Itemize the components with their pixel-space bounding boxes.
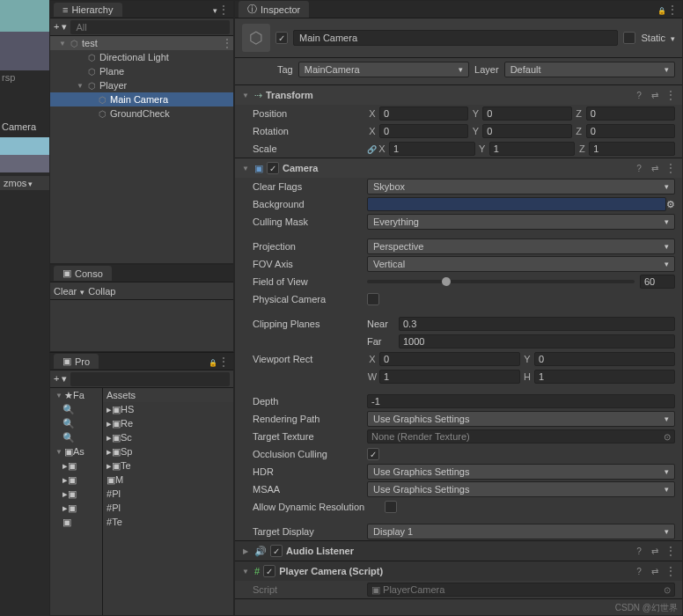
audio-header[interactable]: 🔊 Audio Listener	[235, 541, 682, 561]
scale-z[interactable]	[589, 142, 675, 156]
folder-row[interactable]: ▸▣	[50, 501, 102, 515]
camera-preview[interactable]	[0, 137, 49, 172]
folder-row[interactable]: ▸▣	[50, 487, 102, 501]
asset-item[interactable]: ▣ M	[103, 473, 233, 487]
hierarchy-item-player[interactable]: Player	[50, 78, 233, 92]
foldout-icon[interactable]	[240, 90, 251, 100]
help-icon[interactable]	[633, 89, 645, 101]
asset-item[interactable]: ▸▣ HS	[103, 402, 233, 416]
asset-item[interactable]: ▸▣ Te	[103, 458, 233, 473]
scale-y[interactable]	[489, 142, 576, 156]
create-dropdown[interactable]: + ▾	[54, 21, 67, 33]
fav-search[interactable]: 🔍	[50, 402, 102, 416]
dynamic-checkbox[interactable]	[385, 501, 397, 513]
asset-item[interactable]: ▸▣ Sc	[103, 430, 233, 444]
fov-field[interactable]	[640, 275, 675, 289]
foldout-icon[interactable]	[57, 38, 68, 48]
picker-icon[interactable]	[666, 199, 675, 210]
tab-console[interactable]: ▣Conso	[54, 266, 112, 281]
foldout-icon[interactable]	[75, 80, 85, 91]
scene-preview[interactable]	[0, 0, 49, 70]
audio-enabled-checkbox[interactable]	[270, 545, 283, 557]
script-enabled-checkbox[interactable]	[263, 565, 275, 577]
folder-row[interactable]: ▣	[50, 515, 102, 529]
viewport-h[interactable]	[534, 370, 675, 384]
lock-icon[interactable]	[657, 4, 666, 15]
viewport-x[interactable]	[379, 352, 520, 366]
fav-search[interactable]: 🔍	[50, 430, 102, 444]
physical-checkbox[interactable]	[367, 293, 379, 305]
static-checkbox[interactable]	[623, 32, 635, 44]
preset-icon[interactable]	[649, 565, 661, 577]
rotation-y[interactable]	[482, 124, 571, 138]
project-search[interactable]	[70, 372, 230, 386]
asset-item[interactable]: ▸▣ Re	[103, 416, 233, 430]
foldout-icon[interactable]	[240, 566, 251, 576]
asset-item[interactable]: # Pl	[103, 487, 233, 501]
create-dropdown[interactable]: + ▾	[54, 373, 67, 385]
near-field[interactable]	[399, 317, 675, 331]
position-z[interactable]	[586, 106, 675, 121]
component-menu-icon[interactable]	[665, 89, 677, 101]
scene-row[interactable]: test	[50, 36, 233, 50]
foldout-icon[interactable]	[240, 546, 251, 556]
projection-dropdown[interactable]: Perspective	[367, 238, 675, 254]
component-menu-icon[interactable]	[665, 162, 677, 174]
panel-menu-icon[interactable]	[217, 4, 230, 16]
layer-dropdown[interactable]: Default	[504, 62, 675, 77]
camera-header[interactable]: ▣ Camera	[235, 158, 682, 178]
static-dropdown-icon[interactable]	[671, 33, 675, 43]
assets-row[interactable]: ▣ As	[50, 444, 102, 458]
fov-slider[interactable]	[367, 280, 635, 283]
tab-inspector[interactable]: ⓘInspector	[239, 1, 309, 18]
help-icon[interactable]	[633, 545, 645, 557]
asset-item[interactable]: ▸▣ Sp	[103, 444, 233, 458]
hierarchy-item-plane[interactable]: Plane	[50, 64, 233, 78]
player-camera-header[interactable]: # Player Camera (Script)	[235, 561, 682, 581]
clear-button[interactable]: Clear	[54, 286, 77, 297]
msaa-dropdown[interactable]: Use Graphics Settings	[367, 481, 675, 497]
scale-x[interactable]	[389, 142, 475, 156]
collapse-button[interactable]: Collap	[88, 286, 115, 297]
viewport-w[interactable]	[379, 370, 520, 384]
folder-row[interactable]: ▸▣	[50, 473, 102, 487]
position-y[interactable]	[482, 106, 571, 121]
lock-icon[interactable]	[209, 356, 217, 367]
preset-icon[interactable]	[649, 89, 661, 101]
fav-search[interactable]: 🔍	[50, 416, 102, 430]
rotation-x[interactable]	[379, 124, 468, 138]
preset-icon[interactable]	[649, 545, 661, 557]
link-icon[interactable]	[367, 143, 377, 154]
position-x[interactable]	[379, 106, 468, 121]
camera-enabled-checkbox[interactable]	[267, 162, 279, 174]
clear-flags-dropdown[interactable]: Skybox	[367, 179, 675, 194]
background-color[interactable]	[367, 197, 666, 211]
culling-dropdown[interactable]: Everything	[367, 214, 675, 230]
folder-row[interactable]: ▸▣	[50, 458, 102, 473]
viewport-y[interactable]	[534, 352, 675, 366]
active-checkbox[interactable]	[275, 32, 288, 44]
hierarchy-item-light[interactable]: Directional Light	[50, 50, 233, 64]
far-field[interactable]	[399, 334, 675, 348]
scene-menu-icon[interactable]	[221, 37, 233, 49]
hierarchy-search[interactable]	[70, 20, 230, 34]
panel-menu-icon[interactable]	[666, 4, 679, 16]
gizmos-dropdown[interactable]: zmos	[0, 176, 49, 190]
component-menu-icon[interactable]	[665, 565, 677, 577]
hierarchy-item-maincamera[interactable]: Main Camera	[50, 92, 233, 106]
foldout-icon[interactable]	[240, 163, 251, 173]
asset-item[interactable]: # Pl	[103, 501, 233, 515]
depth-field[interactable]	[367, 394, 675, 408]
texture-field[interactable]: None (Render Texture)	[367, 429, 675, 444]
help-icon[interactable]	[633, 162, 645, 174]
help-icon[interactable]	[633, 565, 645, 577]
hdr-dropdown[interactable]: Use Graphics Settings	[367, 464, 675, 480]
rotation-z[interactable]	[586, 124, 675, 138]
script-field[interactable]: ▣ PlayerCamera	[367, 583, 675, 597]
component-menu-icon[interactable]	[665, 545, 677, 557]
hierarchy-item-groundcheck[interactable]: GroundCheck	[50, 106, 233, 121]
tab-project[interactable]: ▣Pro	[54, 354, 99, 369]
object-name-field[interactable]	[293, 30, 618, 46]
transform-header[interactable]: ⇢ Transform	[235, 85, 682, 105]
panel-menu-icon[interactable]	[217, 356, 230, 368]
